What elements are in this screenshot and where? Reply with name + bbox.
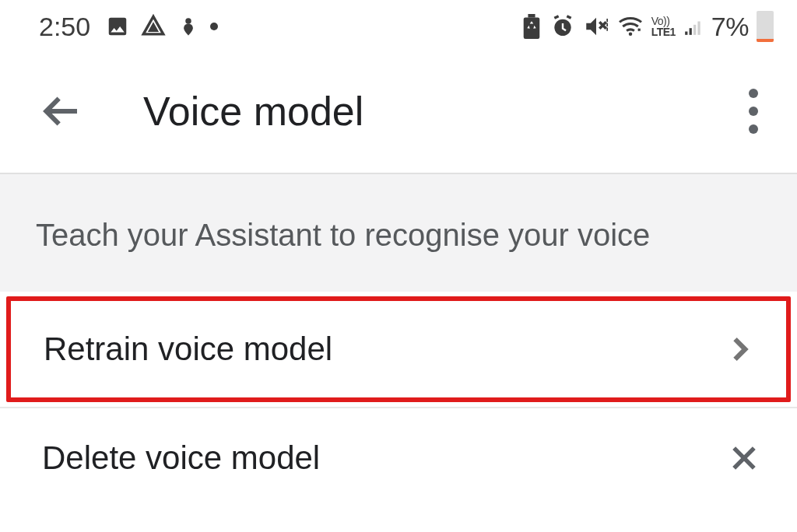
status-right: Vo)) LTE1 7% (521, 11, 774, 42)
svg-point-6 (628, 33, 631, 36)
alarm-icon (550, 14, 575, 39)
lte-indicator-icon: Vo)) LTE1 (651, 16, 676, 37)
back-button[interactable] (39, 89, 83, 133)
svg-rect-8 (689, 28, 691, 35)
recycle-battery-icon (521, 14, 542, 39)
delete-voice-model-label: Delete voice model (42, 439, 320, 477)
page-title: Voice model (143, 88, 741, 135)
vibrate-mute-icon (583, 13, 609, 40)
status-time: 2:50 (39, 12, 90, 42)
retrain-voice-model-row[interactable]: Retrain voice model (0, 292, 797, 408)
status-left: 2:50 (39, 12, 218, 42)
section-description: Teach your Assistant to recognise your v… (0, 174, 797, 292)
svg-rect-9 (693, 25, 696, 35)
retrain-voice-model-label: Retrain voice model (44, 331, 332, 368)
delete-voice-model-row[interactable]: Delete voice model (0, 408, 797, 508)
svg-rect-2 (528, 14, 535, 18)
signal-icon (683, 16, 704, 37)
svg-point-0 (185, 18, 191, 23)
svg-rect-7 (685, 32, 687, 35)
chevron-right-icon (722, 332, 757, 366)
image-icon (106, 15, 129, 38)
drive-warning-icon (140, 13, 167, 40)
wifi-icon (617, 16, 644, 37)
battery-icon (757, 11, 774, 42)
svg-rect-1 (523, 18, 539, 39)
app-bar: Voice model (0, 50, 797, 174)
more-vert-icon (749, 124, 758, 134)
highlight-box: Retrain voice model (6, 296, 791, 402)
arrow-back-icon (39, 89, 83, 133)
close-icon (727, 441, 761, 475)
battery-percentage: 7% (711, 12, 749, 42)
more-vert-icon (749, 89, 758, 98)
notification-dot-icon (210, 23, 218, 30)
overflow-menu-button[interactable] (741, 81, 766, 142)
svg-rect-10 (697, 22, 700, 35)
person-location-icon (177, 16, 199, 37)
status-bar: 2:50 Vo)) LTE1 7% (0, 0, 797, 50)
more-vert-icon (749, 107, 758, 116)
